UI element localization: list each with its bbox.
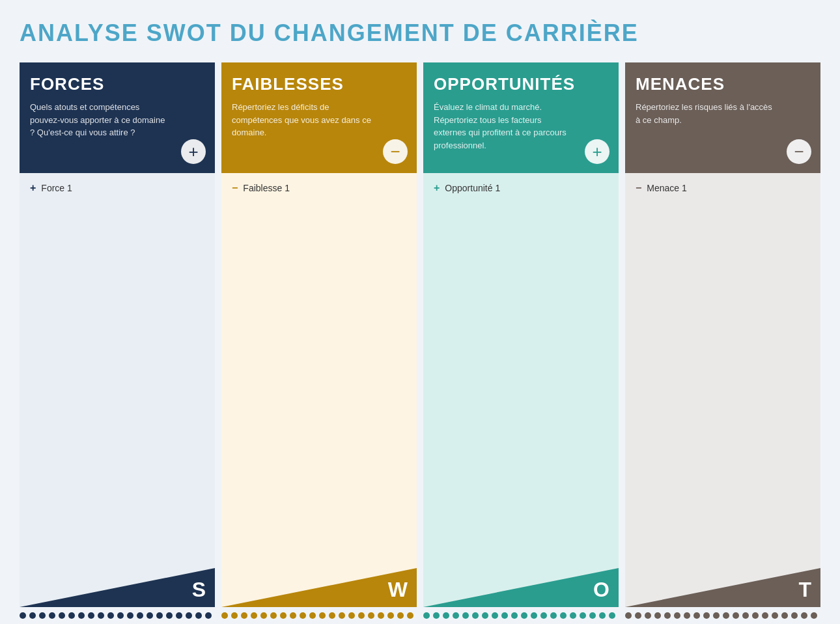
dot bbox=[635, 612, 641, 619]
dot bbox=[521, 612, 527, 619]
dot bbox=[195, 612, 202, 619]
dots-row bbox=[20, 607, 820, 624]
dot bbox=[407, 612, 413, 619]
opportunites-triangle bbox=[423, 568, 619, 607]
list-item[interactable]: −Faiblesse 1 bbox=[232, 182, 406, 194]
opportunites-add-button[interactable]: + bbox=[585, 139, 609, 164]
dot bbox=[88, 612, 94, 619]
dot bbox=[625, 612, 632, 619]
forces-header: FORCESQuels atouts et compétences pouvez… bbox=[20, 62, 215, 173]
dot bbox=[251, 612, 257, 619]
dot bbox=[791, 612, 798, 619]
list-item[interactable]: +Force 1 bbox=[30, 182, 204, 194]
opportunites-title: OPPORTUNITÉS bbox=[434, 74, 608, 94]
dot bbox=[358, 612, 365, 619]
dot bbox=[580, 612, 586, 619]
dot bbox=[29, 612, 36, 619]
dot bbox=[127, 612, 133, 619]
dot bbox=[472, 612, 479, 619]
main-title: ANALYSE SWOT DU CHANGEMENT DE CARRIÈRE bbox=[20, 20, 820, 47]
dot bbox=[589, 612, 596, 619]
forces-dots bbox=[20, 612, 215, 619]
dot bbox=[811, 612, 817, 619]
dot bbox=[68, 612, 75, 619]
dot bbox=[453, 612, 459, 619]
dot bbox=[443, 612, 449, 619]
page: ANALYSE SWOT DU CHANGEMENT DE CARRIÈRE F… bbox=[0, 0, 840, 624]
dot bbox=[78, 612, 85, 619]
dot bbox=[290, 612, 296, 619]
forces-triangle bbox=[20, 568, 215, 607]
dot bbox=[98, 612, 104, 619]
forces-add-button[interactable]: + bbox=[181, 139, 206, 164]
forces-content: +Force 1 bbox=[20, 173, 215, 568]
menaces-title: MENACES bbox=[636, 74, 810, 94]
forces-item-symbol: + bbox=[30, 182, 36, 194]
menaces-add-button[interactable]: − bbox=[787, 139, 811, 164]
opportunites-dots bbox=[423, 612, 619, 619]
dot bbox=[300, 612, 306, 619]
dot bbox=[397, 612, 404, 619]
opportunites-item-symbol: + bbox=[434, 182, 440, 194]
svg-marker-3 bbox=[625, 568, 820, 607]
dot bbox=[166, 612, 173, 619]
dot bbox=[387, 612, 394, 619]
dot bbox=[599, 612, 606, 619]
dot bbox=[762, 612, 768, 619]
forces-title: FORCES bbox=[30, 74, 204, 94]
dot bbox=[703, 612, 710, 619]
dot bbox=[733, 612, 739, 619]
dot bbox=[20, 612, 26, 619]
opportunites-letter: O bbox=[593, 578, 609, 602]
svg-marker-0 bbox=[20, 568, 215, 607]
dot bbox=[482, 612, 488, 619]
dot bbox=[742, 612, 749, 619]
faiblesses-desc: Répertoriez les déficits de compétences … bbox=[232, 101, 371, 139]
dot bbox=[674, 612, 680, 619]
forces-letter: S bbox=[192, 578, 206, 602]
menaces-letter: T bbox=[798, 578, 811, 602]
forces-footer: S bbox=[20, 568, 215, 607]
faiblesses-item-symbol: − bbox=[232, 182, 238, 194]
dot bbox=[205, 612, 212, 619]
dot bbox=[433, 612, 440, 619]
dot bbox=[186, 612, 192, 619]
dot bbox=[107, 612, 114, 619]
forces-item-text: Force 1 bbox=[41, 183, 72, 193]
menaces-triangle bbox=[625, 568, 820, 607]
list-item[interactable]: −Menace 1 bbox=[636, 182, 810, 194]
dot bbox=[462, 612, 469, 619]
faiblesses-title: FAIBLESSES bbox=[232, 74, 406, 94]
faiblesses-add-button[interactable]: − bbox=[383, 139, 408, 164]
faiblesses-dots bbox=[221, 612, 417, 619]
dot bbox=[560, 612, 567, 619]
dot bbox=[684, 612, 690, 619]
dot bbox=[540, 612, 547, 619]
dot bbox=[49, 612, 55, 619]
dot bbox=[570, 612, 576, 619]
dot bbox=[378, 612, 384, 619]
dot bbox=[117, 612, 124, 619]
dot bbox=[511, 612, 518, 619]
swot-column-menaces: MENACESRépertoriez les risques liés à l'… bbox=[625, 62, 820, 607]
dot bbox=[176, 612, 182, 619]
dot bbox=[270, 612, 277, 619]
dot bbox=[492, 612, 498, 619]
dot bbox=[713, 612, 720, 619]
dot bbox=[137, 612, 143, 619]
dot bbox=[241, 612, 247, 619]
dot bbox=[654, 612, 661, 619]
faiblesses-content: −Faiblesse 1 bbox=[221, 173, 417, 568]
swot-column-opportunites: OPPORTUNITÉSÉvaluez le climat du marché.… bbox=[423, 62, 619, 607]
opportunites-content: +Opportunité 1 bbox=[423, 173, 619, 568]
dot bbox=[280, 612, 287, 619]
faiblesses-letter: W bbox=[388, 578, 408, 602]
dot bbox=[368, 612, 374, 619]
list-item[interactable]: +Opportunité 1 bbox=[434, 182, 608, 194]
menaces-footer: T bbox=[625, 568, 820, 607]
dot bbox=[772, 612, 778, 619]
dot bbox=[339, 612, 345, 619]
dot bbox=[801, 612, 807, 619]
dot bbox=[39, 612, 46, 619]
dot bbox=[231, 612, 238, 619]
